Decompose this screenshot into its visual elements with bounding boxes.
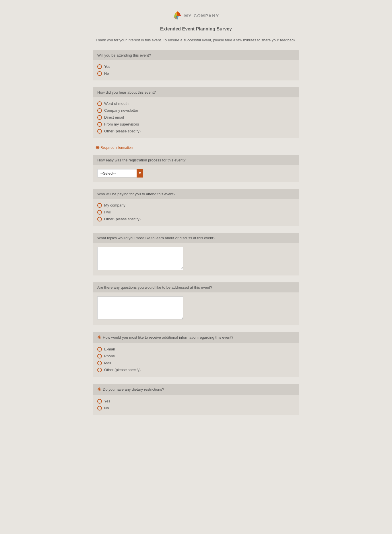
radio-input-q2-3[interactable]	[97, 115, 102, 120]
radio-option-q2-3[interactable]: Direct email	[97, 115, 295, 120]
radio-input-q7-4[interactable]	[97, 368, 102, 372]
radio-label-q2-3: Direct email	[104, 115, 124, 119]
required-note-text: Required Information	[100, 146, 133, 150]
radio-option-q8-no[interactable]: No	[97, 406, 295, 410]
question-body-q8: Yes No	[93, 395, 299, 415]
question-body-q4: My company I will Other (please specify)	[93, 199, 299, 226]
question-block-q7: ✳ How would you most like to receive add…	[93, 332, 299, 377]
question-header-q2: How did you hear about this event?	[93, 87, 299, 97]
question-header-q4: Who will be paying for you to attend thi…	[93, 189, 299, 199]
radio-label-q7-2: Phone	[104, 354, 115, 358]
radio-label-q4-3: Other (please specify)	[104, 217, 141, 221]
radio-option-q8-yes[interactable]: Yes	[97, 399, 295, 404]
question-text-q4: Who will be paying for you to attend thi…	[97, 192, 175, 196]
radio-option-q4-3[interactable]: Other (please specify)	[97, 217, 295, 221]
logo-area: MY COMPANY	[93, 6, 299, 24]
required-star-q8: ✳	[97, 387, 101, 392]
radio-input-q1-no[interactable]	[97, 71, 102, 76]
question-text-q3: How easy was the registration process fo…	[97, 158, 186, 162]
logo-text: MY COMPANY	[184, 13, 219, 18]
radio-label-q1-yes: Yes	[104, 64, 110, 69]
question-body-q2: Word of mouth Company newsletter Direct …	[93, 97, 299, 138]
radio-label-q1-no: No	[104, 71, 109, 76]
radio-input-q2-1[interactable]	[97, 101, 102, 106]
select-wrapper-q3: --Select-- Very Easy Easy Neutral Diffic…	[97, 169, 143, 178]
radio-input-q7-1[interactable]	[97, 347, 102, 352]
radio-option-q2-2[interactable]: Company newsletter	[97, 108, 295, 113]
logo-icon	[173, 11, 182, 20]
question-header-q5: What topics would you most like to learn…	[93, 233, 299, 243]
question-text-q5: What topics would you most like to learn…	[97, 236, 215, 240]
radio-option-q7-3[interactable]: Mail	[97, 361, 295, 365]
question-block-q8: ✳ Do you have any dietary restrictions? …	[93, 384, 299, 415]
radio-input-q7-3[interactable]	[97, 361, 102, 365]
question-block-q1: Will you be attending this event? Yes No	[93, 50, 299, 80]
radio-option-q2-1[interactable]: Word of mouth	[97, 101, 295, 106]
question-header-q3: How easy was the registration process fo…	[93, 155, 299, 165]
radio-input-q8-no[interactable]	[97, 406, 102, 410]
question-block-q6: Are there any questions you would like t…	[93, 282, 299, 325]
radio-input-q4-1[interactable]	[97, 203, 102, 208]
radio-label-q4-2: I will	[104, 210, 111, 214]
radio-label-q7-1: E-mail	[104, 347, 115, 351]
question-body-q7: E-mail Phone Mail Other (please specify)	[93, 343, 299, 377]
question-text-q1: Will you be attending this event?	[97, 53, 151, 57]
radio-option-q7-4[interactable]: Other (please specify)	[97, 368, 295, 372]
radio-option-q7-1[interactable]: E-mail	[97, 347, 295, 352]
radio-input-q2-4[interactable]	[97, 122, 102, 127]
required-star: ✳	[96, 145, 99, 151]
required-star-q7: ✳	[97, 335, 101, 340]
textarea-q5[interactable]	[97, 247, 183, 270]
radio-option-q4-2[interactable]: I will	[97, 210, 295, 215]
question-body-q6	[93, 292, 299, 325]
select-arrow-q3[interactable]: ▼	[137, 169, 143, 178]
radio-input-q7-2[interactable]	[97, 354, 102, 358]
radio-option-q1-yes[interactable]: Yes	[97, 64, 295, 69]
question-header-q1: Will you be attending this event?	[93, 50, 299, 60]
radio-label-q2-5: Other (please specify)	[104, 129, 141, 133]
radio-option-q1-no[interactable]: No	[97, 71, 295, 76]
radio-input-q8-yes[interactable]	[97, 399, 102, 404]
radio-option-q7-2[interactable]: Phone	[97, 354, 295, 358]
question-text-q7: How would you most like to receive addit…	[103, 335, 233, 340]
radio-label-q2-1: Word of mouth	[104, 101, 129, 106]
radio-label-q2-4: From my supervisors	[104, 122, 139, 126]
radio-label-q7-4: Other (please specify)	[104, 368, 141, 372]
radio-input-q4-2[interactable]	[97, 210, 102, 215]
question-text-q6: Are there any questions you would like t…	[97, 285, 212, 290]
question-body-q1: Yes No	[93, 60, 299, 80]
page-title: Extended Event Planning Survey	[93, 26, 299, 32]
question-block-q3: How easy was the registration process fo…	[93, 155, 299, 182]
radio-label-q8-yes: Yes	[104, 399, 110, 403]
radio-label-q4-1: My company	[104, 203, 125, 207]
intro-text: Thank you for your interest in this even…	[96, 37, 296, 43]
radio-option-q4-1[interactable]: My company	[97, 203, 295, 208]
radio-label-q8-no: No	[104, 406, 109, 410]
question-block-q2: How did you hear about this event? Word …	[93, 87, 299, 138]
radio-option-q2-4[interactable]: From my supervisors	[97, 122, 295, 127]
radio-input-q2-5[interactable]	[97, 129, 102, 134]
question-block-q5: What topics would you most like to learn…	[93, 233, 299, 275]
question-text-q2: How did you hear about this event?	[97, 90, 156, 95]
textarea-q6[interactable]	[97, 296, 183, 319]
question-body-q3: --Select-- Very Easy Easy Neutral Diffic…	[93, 165, 299, 182]
question-text-q8: Do you have any dietary restrictions?	[103, 387, 164, 392]
question-block-q4: Who will be paying for you to attend thi…	[93, 189, 299, 226]
question-body-q5	[93, 243, 299, 275]
radio-input-q2-2[interactable]	[97, 108, 102, 113]
question-header-q8: ✳ Do you have any dietary restrictions?	[93, 384, 299, 395]
required-note: ✳ Required Information	[96, 145, 296, 151]
radio-input-q1-yes[interactable]	[97, 64, 102, 69]
radio-label-q2-2: Company newsletter	[104, 108, 138, 113]
select-q3[interactable]: --Select-- Very Easy Easy Neutral Diffic…	[97, 169, 137, 178]
radio-input-q4-3[interactable]	[97, 217, 102, 221]
radio-option-q2-5[interactable]: Other (please specify)	[97, 129, 295, 134]
page-wrapper: MY COMPANY Extended Event Planning Surve…	[87, 0, 305, 439]
question-header-q7: ✳ How would you most like to receive add…	[93, 332, 299, 343]
radio-label-q7-3: Mail	[104, 361, 111, 365]
question-header-q6: Are there any questions you would like t…	[93, 282, 299, 292]
